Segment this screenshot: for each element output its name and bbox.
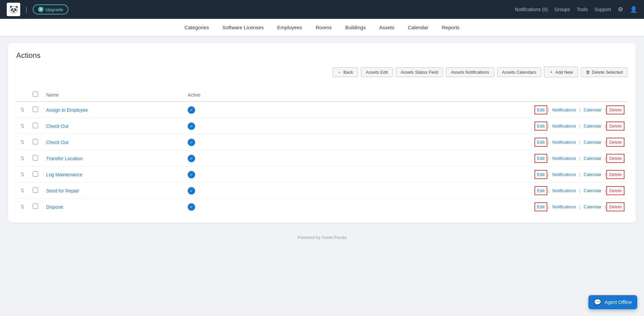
support-link[interactable]: Support xyxy=(594,7,611,12)
top-nav: 🐼 | ✕ Upgrade Notifications (0) Groups T… xyxy=(0,0,644,19)
top-nav-right: Notifications (0) Groups Tools Support ⚙… xyxy=(515,6,637,13)
edit-link[interactable]: Edit xyxy=(535,139,547,145)
calendar-link[interactable]: Calendar xyxy=(582,155,604,162)
settings-icon[interactable]: ⚙ xyxy=(618,6,623,13)
nav-software-licenses[interactable]: Software Licenses xyxy=(222,23,264,32)
upgrade-button[interactable]: ✕ Upgrade xyxy=(33,4,69,14)
sep1: | xyxy=(547,156,550,161)
add-new-button[interactable]: ＋ Add New xyxy=(544,67,578,77)
sep1: | xyxy=(547,140,550,145)
edit-link[interactable]: Edit xyxy=(535,171,547,178)
edit-link[interactable]: Edit xyxy=(535,187,547,194)
row-name-link[interactable]: Transfer Location xyxy=(46,156,83,161)
delete-link[interactable]: Delete xyxy=(607,107,624,113)
row-actions-cell: Edit | Notifications | Calendar | Delete xyxy=(224,150,628,167)
row-name-link[interactable]: Check Out xyxy=(46,124,68,129)
notifications-link[interactable]: Notifications xyxy=(550,187,578,194)
row-checkbox[interactable] xyxy=(33,171,38,177)
calendar-link[interactable]: Calendar xyxy=(582,139,604,145)
notifications-link[interactable]: Notifications xyxy=(550,123,578,129)
edit-link[interactable]: Edit xyxy=(535,204,547,210)
edit-link[interactable]: Edit xyxy=(535,123,547,129)
assets-notifications-button[interactable]: Assets Notifications xyxy=(446,67,494,77)
groups-link[interactable]: Groups xyxy=(554,7,570,12)
row-checkbox[interactable] xyxy=(33,123,38,128)
assets-edit-button[interactable]: Assets Edit xyxy=(361,67,393,77)
trash-icon: 🗑 xyxy=(586,70,590,75)
row-actions-container: Edit | Notifications | Calendar | Delete xyxy=(228,187,624,195)
delete-link[interactable]: Delete xyxy=(607,171,624,178)
row-name-link[interactable]: Dispose xyxy=(46,204,63,210)
logo: 🐼 xyxy=(7,3,20,16)
row-checkbox[interactable] xyxy=(33,107,38,112)
row-name-link[interactable]: Send for Repair xyxy=(46,188,79,194)
calendar-link[interactable]: Calendar xyxy=(582,171,604,178)
row-actions-cell: Edit | Notifications | Calendar | Delete xyxy=(224,167,628,183)
agent-chat-widget[interactable]: 💬 Agent Offline xyxy=(588,295,637,309)
row-checkbox[interactable] xyxy=(33,139,38,144)
row-checkbox[interactable] xyxy=(33,155,38,161)
notifications-link[interactable]: Notifications xyxy=(550,204,578,210)
drag-handle-icon[interactable]: ⇅ xyxy=(20,107,25,113)
toolbar: ← Back Assets Edit Assets Status Field A… xyxy=(16,67,628,83)
sep2: | xyxy=(578,172,582,177)
select-all-checkbox[interactable] xyxy=(33,92,38,97)
calendar-link[interactable]: Calendar xyxy=(582,107,604,113)
assets-calendars-button[interactable]: Assets Calendars xyxy=(497,67,542,77)
nav-employees[interactable]: Employees xyxy=(277,23,302,32)
active-cell: ✓ xyxy=(184,167,224,183)
delete-link[interactable]: Delete xyxy=(607,123,624,129)
sep3: | xyxy=(604,172,607,177)
active-check-icon: ✓ xyxy=(188,122,195,130)
drag-handle-icon[interactable]: ⇅ xyxy=(20,172,25,177)
calendar-link[interactable]: Calendar xyxy=(582,187,604,194)
nav-calendar[interactable]: Calendar xyxy=(408,23,428,32)
sep2: | xyxy=(578,156,582,161)
check-cell xyxy=(29,183,42,199)
notifications-link[interactable]: Notifications xyxy=(550,139,578,145)
nav-reports[interactable]: Reports xyxy=(442,23,460,32)
delete-selected-button[interactable]: 🗑 Delete Selected xyxy=(581,67,628,77)
agent-chat-label: Agent Offline xyxy=(605,300,632,305)
calendar-link[interactable]: Calendar xyxy=(582,204,604,210)
top-nav-left: 🐼 | ✕ Upgrade xyxy=(7,3,68,16)
row-name-link[interactable]: Log Maintenance xyxy=(46,172,82,177)
nav-rooms[interactable]: Rooms xyxy=(316,23,332,32)
table-row: ⇅ Check Out ✓ Edit | Notifications | xyxy=(16,134,628,150)
footer: Powered by Asset Panda xyxy=(0,230,644,245)
assets-status-field-button[interactable]: Assets Status Field xyxy=(396,67,443,77)
row-name-link[interactable]: Check Out xyxy=(46,140,68,145)
nav-assets[interactable]: Assets xyxy=(379,23,394,32)
row-actions-cell: Edit | Notifications | Calendar | Delete xyxy=(224,102,628,118)
notifications-link[interactable]: Notifications xyxy=(550,107,578,113)
back-button[interactable]: ← Back xyxy=(332,67,358,77)
edit-link[interactable]: Edit xyxy=(535,107,547,113)
notifications-link[interactable]: Notifications xyxy=(550,171,578,178)
user-icon[interactable]: 👤 xyxy=(630,6,637,13)
drag-handle-icon[interactable]: ⇅ xyxy=(20,123,25,129)
check-cell xyxy=(29,102,42,118)
delete-link[interactable]: Delete xyxy=(607,187,624,194)
active-check-icon: ✓ xyxy=(188,106,195,114)
calendar-link[interactable]: Calendar xyxy=(582,123,604,129)
nav-categories[interactable]: Categories xyxy=(184,23,209,32)
check-col-header xyxy=(29,88,42,102)
row-checkbox[interactable] xyxy=(33,204,38,209)
delete-link[interactable]: Delete xyxy=(607,204,624,210)
drag-handle-icon[interactable]: ⇅ xyxy=(20,204,25,210)
row-name-link[interactable]: Assign to Employee xyxy=(46,107,88,113)
delete-link[interactable]: Delete xyxy=(607,155,624,162)
nav-buildings[interactable]: Buildings xyxy=(345,23,366,32)
drag-handle-icon[interactable]: ⇅ xyxy=(20,139,25,145)
notifications-link[interactable]: Notifications (0) xyxy=(515,7,548,12)
edit-link[interactable]: Edit xyxy=(535,155,547,162)
sep2: | xyxy=(578,204,582,209)
table-header-row: Name Active xyxy=(16,88,628,102)
tools-link[interactable]: Tools xyxy=(577,7,588,12)
row-checkbox[interactable] xyxy=(33,187,38,193)
drag-handle-icon[interactable]: ⇅ xyxy=(20,188,25,194)
name-cell: Assign to Employee xyxy=(42,102,184,118)
delete-link[interactable]: Delete xyxy=(607,139,624,145)
drag-handle-icon[interactable]: ⇅ xyxy=(20,155,25,161)
notifications-link[interactable]: Notifications xyxy=(550,155,578,162)
